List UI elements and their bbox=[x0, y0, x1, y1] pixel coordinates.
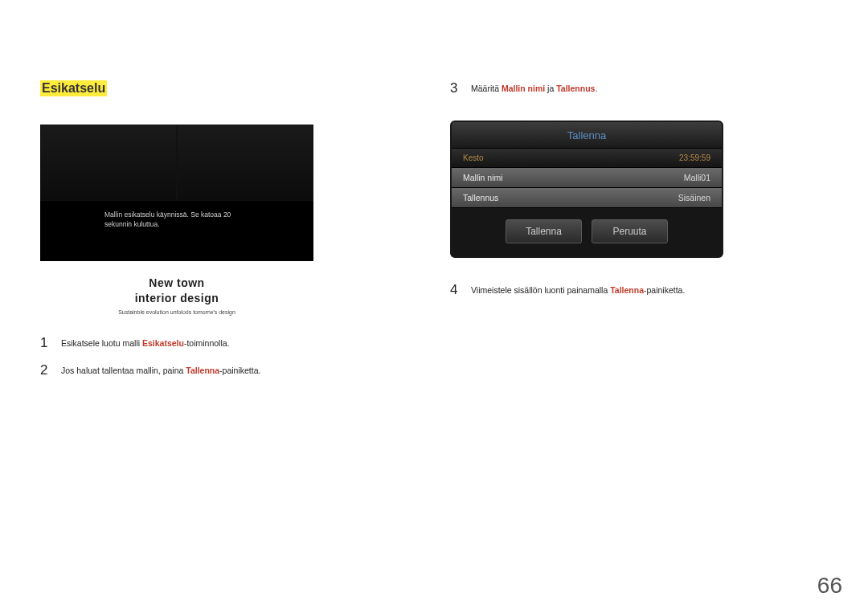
preview-pane-right bbox=[177, 125, 313, 201]
step-4: 4 Viimeistele sisällön luonti painamalla… bbox=[450, 282, 804, 298]
save-dialog: Tallenna Kesto 23:59:59 Mallin nimi Mall… bbox=[450, 121, 723, 258]
storage-row[interactable]: Tallennus Sisäinen bbox=[452, 188, 722, 208]
dialog-title: Tallenna bbox=[452, 122, 722, 149]
page-number: 66 bbox=[817, 573, 842, 599]
preview-screenshot: Mallin esikatselu käynnissä. Se katoaa 2… bbox=[40, 125, 313, 261]
preview-pane-left bbox=[40, 125, 177, 201]
duration-value: 23:59:59 bbox=[679, 153, 710, 162]
preview-overlay-text: Mallin esikatselu käynnissä. Se katoaa 2… bbox=[40, 201, 313, 230]
template-caption: New town interior design Sustainble evol… bbox=[40, 276, 313, 315]
duration-label: Kesto bbox=[463, 153, 484, 162]
section-heading: Esikatselu bbox=[40, 80, 107, 96]
step-3: 3 Määritä Mallin nimi ja Tallennus. bbox=[450, 80, 804, 96]
save-button[interactable]: Tallenna bbox=[506, 219, 582, 243]
cancel-button[interactable]: Peruuta bbox=[592, 219, 668, 243]
step-2: 2 Jos haluat tallentaa mallin, paina Tal… bbox=[40, 362, 394, 378]
step-1: 1 Esikatsele luotu malli Esikatselu-toim… bbox=[40, 335, 394, 351]
duration-row: Kesto 23:59:59 bbox=[452, 149, 722, 168]
model-name-row[interactable]: Mallin nimi Malli01 bbox=[452, 168, 722, 188]
